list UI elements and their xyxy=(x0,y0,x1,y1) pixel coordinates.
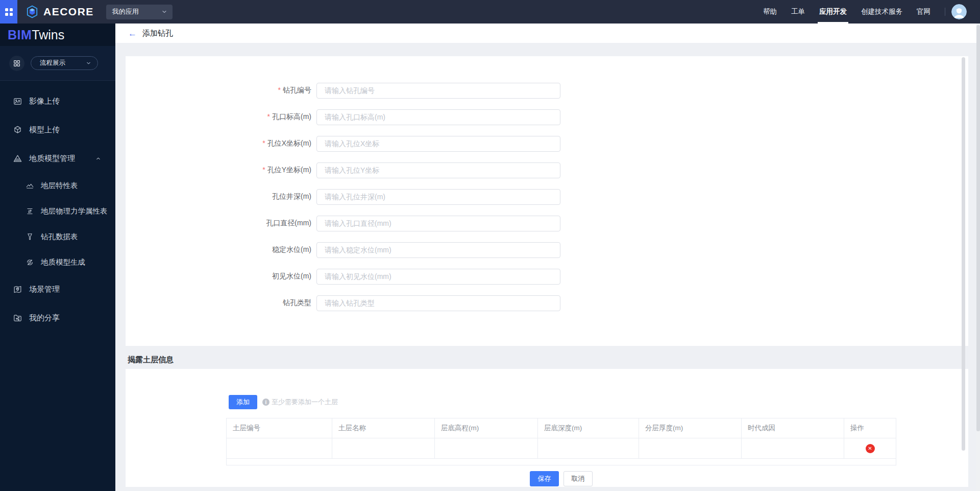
soil-layer-panel: 添加 i 至少需要添加一个土层 土层编号 土层名称 层底高程(m) 层底深度(m… xyxy=(126,369,968,487)
topbar-link-help[interactable]: 帮助 xyxy=(756,0,784,24)
col-header-era-genesis: 时代成因 xyxy=(742,418,844,438)
main-area: ← 添加钻孔 *钻孔编号 *孔口标高(m) *孔位X坐标(m) xyxy=(115,24,976,491)
sidebar-subitem-borehole-data-table[interactable]: 钻孔数据表 xyxy=(0,224,115,249)
topbar-link-app-development[interactable]: 应用开发 xyxy=(812,0,854,24)
save-button[interactable]: 保存 xyxy=(530,471,559,486)
required-mark: * xyxy=(278,86,281,94)
required-mark: * xyxy=(267,112,270,121)
sidebar-subitem-geology-model-generate[interactable]: 地质模型生成 xyxy=(0,249,115,275)
page-content: *钻孔编号 *孔口标高(m) *孔位X坐标(m) *孔位Y坐标(m) xyxy=(115,43,976,491)
image-upload-icon xyxy=(13,97,22,106)
field-label: 孔位Y坐标(m) xyxy=(267,166,311,174)
app-select-dropdown[interactable]: 我的应用 xyxy=(106,5,173,19)
form-row-hole-depth: 孔位井深(m) xyxy=(126,189,968,205)
sidebar-item-model-upload[interactable]: 模型上传 xyxy=(0,115,115,144)
chevron-down-icon xyxy=(161,9,167,15)
soil-hint-text: 至少需要添加一个土层 xyxy=(272,398,338,407)
form-row-borehole-type: 钻孔类型 xyxy=(126,295,968,311)
strata-layers-icon xyxy=(26,181,34,190)
sidebar-item-scene-management[interactable]: 场景管理 xyxy=(0,275,115,303)
sidebar-item-label: 模型上传 xyxy=(29,125,60,135)
sidebar-item-image-upload[interactable]: 影像上传 xyxy=(0,87,115,115)
user-avatar[interactable] xyxy=(951,4,967,19)
sidebar-item-label: 影像上传 xyxy=(29,97,60,106)
col-header-bottom-elevation: 层底高程(m) xyxy=(435,418,538,438)
apps-grid-icon xyxy=(5,8,13,16)
form-row-hole-y: *孔位Y坐标(m) xyxy=(126,162,968,178)
topbar-link-workorder[interactable]: 工单 xyxy=(784,0,812,24)
hole-depth-input[interactable] xyxy=(316,189,560,205)
mode-select-dropdown[interactable]: 流程展示 xyxy=(31,56,98,70)
sidebar-item-geology-model-management[interactable]: 地质模型管理 xyxy=(0,144,115,173)
borehole-form-panel: *钻孔编号 *孔口标高(m) *孔位X坐标(m) *孔位Y坐标(m) xyxy=(126,56,968,346)
chevron-down-icon xyxy=(86,60,91,66)
topbar-link-create-tech-service[interactable]: 创建技术服务 xyxy=(854,0,910,24)
table-row: ✕ xyxy=(226,438,896,459)
cell-layer-name[interactable] xyxy=(332,438,435,458)
sidebar-item-label: 地质模型管理 xyxy=(29,154,75,163)
cancel-button[interactable]: 取消 xyxy=(564,471,593,486)
sidebar-subitem-strata-property-table[interactable]: 地层特性表 xyxy=(0,173,115,198)
sidebar: BIMTwins 流程展示 xyxy=(0,24,115,491)
form-row-borehole-number: *钻孔编号 xyxy=(126,82,968,99)
cell-bottom-elevation[interactable] xyxy=(435,438,538,458)
sidebar-nav: 影像上传 模型上传 地质模型管理 xyxy=(0,81,115,332)
sidebar-item-my-share[interactable]: 我的分享 xyxy=(0,303,115,332)
field-label: 孔口标高(m) xyxy=(272,112,311,121)
page-scrollbar-thumb[interactable] xyxy=(976,25,980,431)
col-header-bottom-depth: 层底深度(m) xyxy=(538,418,639,438)
hole-y-coordinate-input[interactable] xyxy=(316,162,560,178)
brand-logo: AECORE xyxy=(26,5,94,18)
page-scrollbar xyxy=(976,24,980,491)
borehole-type-input[interactable] xyxy=(316,295,560,311)
app-root: AECORE 我的应用 帮助 工单 应用开发 创建技术服务 官网 xyxy=(0,0,980,491)
delete-row-icon[interactable]: ✕ xyxy=(866,444,875,453)
cell-layer-thickness[interactable] xyxy=(639,438,742,458)
borehole-drill-icon xyxy=(26,232,34,241)
stable-water-level-input[interactable] xyxy=(316,242,560,258)
hole-x-coordinate-input[interactable] xyxy=(316,136,560,152)
sidebar-item-label: 钻孔数据表 xyxy=(41,232,78,242)
logo-twins-text: Twins xyxy=(32,29,64,41)
col-header-layer-thickness: 分层厚度(m) xyxy=(639,418,742,438)
back-button[interactable]: ← xyxy=(128,29,137,38)
table-footer-strip xyxy=(226,459,896,465)
required-mark: * xyxy=(262,166,265,174)
table-header-row: 土层编号 土层名称 层底高程(m) 层底深度(m) 分层厚度(m) 时代成因 操… xyxy=(226,418,896,438)
scene-map-pin-icon xyxy=(13,285,22,294)
col-header-layer-name: 土层名称 xyxy=(332,418,435,438)
sidebar-item-label: 地层特性表 xyxy=(41,181,78,191)
hole-diameter-input[interactable] xyxy=(316,216,560,231)
sidebar-item-label: 地质模型生成 xyxy=(41,258,85,267)
content-scrollbar-thumb[interactable] xyxy=(962,57,965,451)
form-row-stable-water-level: 稳定水位(m) xyxy=(126,242,968,258)
app-launcher-button[interactable] xyxy=(0,0,17,24)
soil-section-title: 揭露土层信息 xyxy=(128,355,174,365)
col-header-layer-number: 土层编号 xyxy=(227,418,332,438)
hole-elevation-input[interactable] xyxy=(316,109,560,125)
cell-bottom-depth[interactable] xyxy=(538,438,639,458)
workspace-grid-button[interactable] xyxy=(9,56,24,71)
field-label: 钻孔类型 xyxy=(283,298,311,307)
sidebar-subitem-strata-physics-table[interactable]: 地层物理力学属性表 xyxy=(0,198,115,224)
info-icon: i xyxy=(262,399,270,406)
model-generate-icon xyxy=(26,258,34,267)
form-row-hole-diameter: 孔口直径(mm) xyxy=(126,215,968,231)
initial-water-level-input[interactable] xyxy=(316,269,560,285)
aecore-cube-icon xyxy=(26,5,39,18)
add-soil-layer-button[interactable]: 添加 xyxy=(229,395,257,409)
topbar-link-official-site[interactable]: 官网 xyxy=(910,0,938,24)
borehole-number-input[interactable] xyxy=(316,83,560,99)
cell-era-genesis[interactable] xyxy=(742,438,844,458)
logo-bim-text: BIM xyxy=(8,29,32,41)
field-label: 孔位井深(m) xyxy=(272,192,311,200)
chevron-up-icon xyxy=(95,156,101,161)
col-header-operation: 操作 xyxy=(844,418,896,438)
field-label: 初见水位(m) xyxy=(272,272,311,280)
cube-upload-icon xyxy=(13,125,22,135)
soil-add-row: 添加 i 至少需要添加一个土层 xyxy=(229,395,338,409)
physics-property-icon xyxy=(26,207,34,216)
cell-layer-number[interactable] xyxy=(227,438,332,458)
sidebar-item-label: 地层物理力学属性表 xyxy=(41,206,108,216)
field-label: 孔口直径(mm) xyxy=(266,219,311,227)
